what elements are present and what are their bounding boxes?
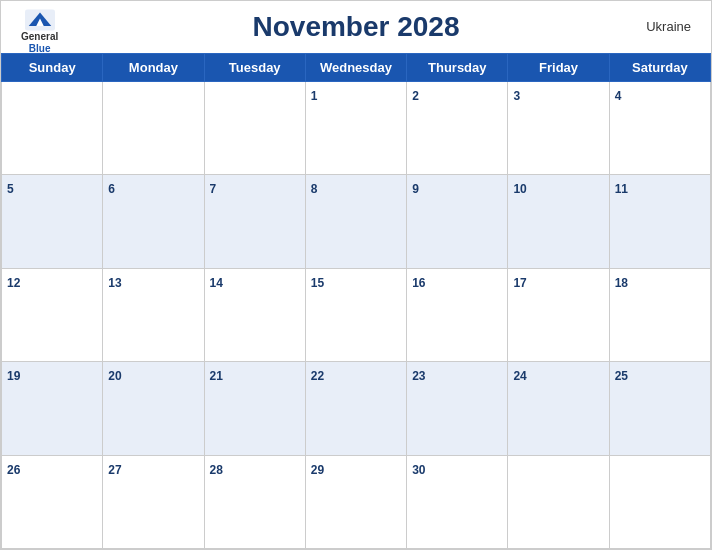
- day-number: 23: [412, 369, 425, 383]
- day-number: 4: [615, 89, 622, 103]
- day-number: 28: [210, 463, 223, 477]
- day-number: 27: [108, 463, 121, 477]
- calendar-cell: 15: [305, 268, 406, 361]
- calendar-cell: 25: [609, 362, 710, 455]
- calendar-header: General Blue November 2028 Ukraine: [1, 1, 711, 53]
- calendar-cell: 17: [508, 268, 609, 361]
- weekday-header-sunday: Sunday: [2, 54, 103, 82]
- calendar-week-row-3: 12131415161718: [2, 268, 711, 361]
- logo-general-text: General: [21, 31, 58, 43]
- day-number: 15: [311, 276, 324, 290]
- day-number: 5: [7, 182, 14, 196]
- day-number: 2: [412, 89, 419, 103]
- day-number: 17: [513, 276, 526, 290]
- calendar-cell: 16: [407, 268, 508, 361]
- calendar-cell: 14: [204, 268, 305, 361]
- country-label: Ukraine: [646, 19, 691, 34]
- weekday-header-thursday: Thursday: [407, 54, 508, 82]
- calendar-cell: 26: [2, 455, 103, 548]
- calendar-cell: 5: [2, 175, 103, 268]
- calendar-cell: [103, 82, 204, 175]
- calendar-cell: 11: [609, 175, 710, 268]
- day-number: 8: [311, 182, 318, 196]
- day-number: 30: [412, 463, 425, 477]
- day-number: 12: [7, 276, 20, 290]
- calendar-cell: 30: [407, 455, 508, 548]
- calendar-cell: [609, 455, 710, 548]
- calendar-cell: [508, 455, 609, 548]
- calendar-cell: 28: [204, 455, 305, 548]
- calendar-table: SundayMondayTuesdayWednesdayThursdayFrid…: [1, 53, 711, 549]
- calendar-title: November 2028: [252, 11, 459, 43]
- calendar-week-row-5: 2627282930: [2, 455, 711, 548]
- weekday-header-friday: Friday: [508, 54, 609, 82]
- calendar-week-row-2: 567891011: [2, 175, 711, 268]
- day-number: 14: [210, 276, 223, 290]
- day-number: 7: [210, 182, 217, 196]
- calendar-cell: 22: [305, 362, 406, 455]
- day-number: 6: [108, 182, 115, 196]
- calendar-cell: [204, 82, 305, 175]
- calendar-cell: 19: [2, 362, 103, 455]
- calendar-cell: 7: [204, 175, 305, 268]
- calendar-cell: 18: [609, 268, 710, 361]
- calendar-cell: 23: [407, 362, 508, 455]
- calendar-cell: 10: [508, 175, 609, 268]
- day-number: 22: [311, 369, 324, 383]
- calendar-cell: 1: [305, 82, 406, 175]
- calendar-cell: [2, 82, 103, 175]
- logo-blue-text: Blue: [29, 43, 51, 55]
- generalblue-logo: General Blue: [21, 9, 58, 55]
- calendar-week-row-1: 1234: [2, 82, 711, 175]
- day-number: 25: [615, 369, 628, 383]
- day-number: 20: [108, 369, 121, 383]
- calendar-cell: 27: [103, 455, 204, 548]
- day-number: 18: [615, 276, 628, 290]
- calendar-cell: 2: [407, 82, 508, 175]
- day-number: 19: [7, 369, 20, 383]
- weekday-header-monday: Monday: [103, 54, 204, 82]
- day-number: 24: [513, 369, 526, 383]
- calendar-cell: 13: [103, 268, 204, 361]
- calendar-cell: 21: [204, 362, 305, 455]
- calendar-cell: 29: [305, 455, 406, 548]
- day-number: 16: [412, 276, 425, 290]
- calendar-container: General Blue November 2028 Ukraine Sunda…: [0, 0, 712, 550]
- weekday-header-saturday: Saturday: [609, 54, 710, 82]
- calendar-cell: 9: [407, 175, 508, 268]
- day-number: 3: [513, 89, 520, 103]
- calendar-cell: 6: [103, 175, 204, 268]
- calendar-cell: 8: [305, 175, 406, 268]
- day-number: 10: [513, 182, 526, 196]
- day-number: 11: [615, 182, 628, 196]
- weekday-header-wednesday: Wednesday: [305, 54, 406, 82]
- calendar-cell: 12: [2, 268, 103, 361]
- calendar-cell: 3: [508, 82, 609, 175]
- day-number: 26: [7, 463, 20, 477]
- day-number: 21: [210, 369, 223, 383]
- day-number: 9: [412, 182, 419, 196]
- day-number: 29: [311, 463, 324, 477]
- day-number: 1: [311, 89, 318, 103]
- calendar-cell: 4: [609, 82, 710, 175]
- day-number: 13: [108, 276, 121, 290]
- calendar-week-row-4: 19202122232425: [2, 362, 711, 455]
- weekday-header-tuesday: Tuesday: [204, 54, 305, 82]
- calendar-cell: 24: [508, 362, 609, 455]
- weekday-header-row: SundayMondayTuesdayWednesdayThursdayFrid…: [2, 54, 711, 82]
- calendar-cell: 20: [103, 362, 204, 455]
